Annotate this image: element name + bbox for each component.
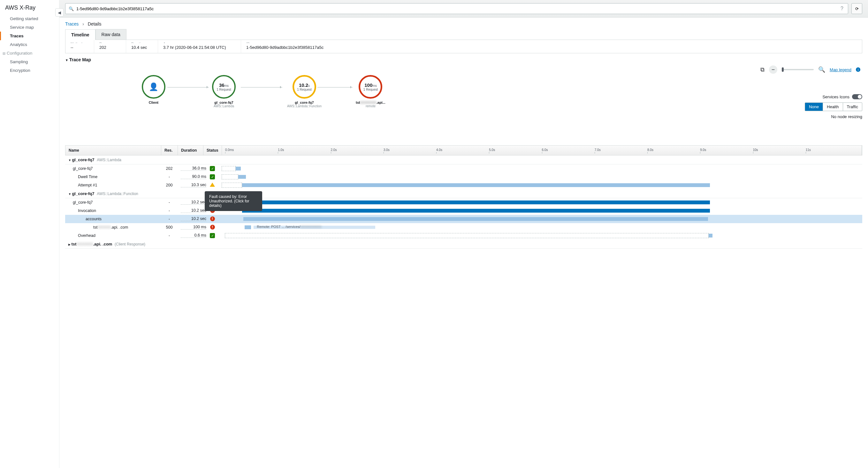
- map-controls: Services Icons None Health Traffic No no…: [805, 94, 862, 119]
- trace-row[interactable]: Overhead-0.6 ms✓: [65, 231, 862, 240]
- group-row[interactable]: gl_core-fq7 AWS::Lambda: [65, 155, 862, 164]
- trace-summary: Method-- Response202 Duration10.4 sec Ag…: [65, 40, 862, 53]
- timeline-ticks: 0.0ms1.0s2.0s3.0s4.0s5.0s6.0s7.0s8.0s9.0…: [222, 146, 862, 155]
- status-err-icon: !: [210, 216, 215, 221]
- breadcrumb: Traces › Details: [59, 18, 868, 29]
- map-legend-link[interactable]: Map legend: [830, 67, 851, 72]
- trace-map[interactable]: 👤 Client 36ms 1 Request gl_core-fq7 AWS:…: [65, 75, 862, 139]
- trace-row[interactable]: gl_core-fq720236.0 ms✓: [65, 164, 862, 173]
- search-input[interactable]: [76, 6, 838, 11]
- group-row[interactable]: tstXXXXXX.api. .com (Client Response): [65, 240, 862, 249]
- fit-icon[interactable]: ⧉: [761, 66, 765, 73]
- status-err-icon: !: [210, 225, 215, 229]
- map-node-lambda[interactable]: 36ms 1 Request: [212, 75, 236, 99]
- timeline-header: Name Res. Duration Status 0.0ms1.0s2.0s3…: [65, 145, 862, 155]
- search-toolbar: 🔍 ? ⟳: [59, 0, 868, 18]
- summary-age: 3.7 hr (2020-06-04 21:54:08 UTC): [163, 45, 236, 50]
- section-trace-map[interactable]: Trace Map: [59, 53, 868, 64]
- nav-group-configuration[interactable]: Configuration: [0, 49, 59, 58]
- status-warn-icon: [210, 180, 215, 187]
- nav-getting-started[interactable]: Getting started: [0, 14, 59, 23]
- summary-duration: 10.4 sec: [131, 45, 153, 50]
- services-icons-label: Services Icons: [822, 94, 849, 99]
- zoom-slider[interactable]: [782, 69, 814, 70]
- breadcrumb-parent[interactable]: Traces: [65, 21, 79, 27]
- mode-traffic[interactable]: Traffic: [843, 103, 862, 111]
- refresh-button[interactable]: ⟳: [851, 3, 862, 14]
- summary-id: 1-5ed96d80-9d9adbbc1b2e3f3858117a5c: [246, 45, 857, 50]
- info-icon[interactable]: i: [856, 67, 860, 72]
- search-field-wrap: 🔍 ?: [65, 3, 848, 14]
- zoom-in-icon[interactable]: 🔍: [818, 66, 825, 73]
- zoom-out-icon[interactable]: −: [769, 65, 777, 74]
- map-node-client[interactable]: 👤: [142, 75, 165, 99]
- tabs: Timeline Raw data: [65, 29, 862, 40]
- nav-encryption[interactable]: Encryption: [0, 66, 59, 75]
- nav-sampling[interactable]: Sampling: [0, 58, 59, 66]
- map-node-remote[interactable]: 100ms 1 Request: [359, 75, 382, 99]
- nav-analytics[interactable]: Analytics: [0, 40, 59, 49]
- main-content: 🔍 ? ⟳ Traces › Details Timeline Raw data…: [59, 0, 868, 468]
- trace-row[interactable]: gl_core-fq7-10.2 sec!: [65, 198, 862, 207]
- mode-none[interactable]: None: [805, 103, 823, 111]
- nav-service-map[interactable]: Service map: [0, 23, 59, 32]
- status-ok-icon: ✓: [210, 174, 215, 179]
- trace-row[interactable]: Attempt #120010.3 sec: [65, 181, 862, 189]
- fault-tooltip[interactable]: Fault caused by: Error Unauthorized. (Cl…: [205, 191, 262, 211]
- trace-row[interactable]: tstXXXXX.api. .com500100 ms!Remote: POST…: [65, 223, 862, 231]
- trace-row[interactable]: Invocation-10.2 sec!: [65, 207, 862, 215]
- resize-mode-group: None Health Traffic: [805, 102, 862, 111]
- sidebar-collapse-button[interactable]: ◀: [55, 8, 64, 17]
- map-toolbar: ⧉ − 🔍 Map legend i: [59, 64, 868, 75]
- tab-raw-data[interactable]: Raw data: [95, 29, 126, 39]
- user-icon: 👤: [149, 82, 158, 91]
- help-icon[interactable]: ?: [840, 6, 843, 11]
- nav-traces[interactable]: Traces: [0, 32, 59, 40]
- sidebar-title: AWS X-Ray: [0, 3, 59, 14]
- status-ok-icon: ✓: [210, 233, 215, 238]
- mode-health[interactable]: Health: [823, 103, 843, 111]
- breadcrumb-sep: ›: [83, 21, 84, 27]
- map-node-lambda-function[interactable]: 10.2s 1 Request: [292, 75, 316, 99]
- trace-row[interactable]: accounts-10.2 sec!: [65, 215, 862, 223]
- group-row[interactable]: gl_core-fq7 AWS::Lambda::Function: [65, 189, 862, 198]
- summary-method: --: [70, 45, 89, 50]
- search-icon: 🔍: [69, 6, 74, 11]
- breadcrumb-current: Details: [88, 21, 101, 27]
- tab-timeline[interactable]: Timeline: [65, 29, 95, 40]
- no-resize-label: No node resizing: [805, 114, 862, 119]
- status-ok-icon: ✓: [210, 166, 215, 171]
- sidebar: AWS X-Ray Getting started Service map Tr…: [0, 0, 59, 468]
- summary-response: 202: [99, 45, 121, 50]
- services-icons-toggle[interactable]: [852, 94, 862, 99]
- trace-row[interactable]: Dwell Time-90.0 ms✓: [65, 173, 862, 181]
